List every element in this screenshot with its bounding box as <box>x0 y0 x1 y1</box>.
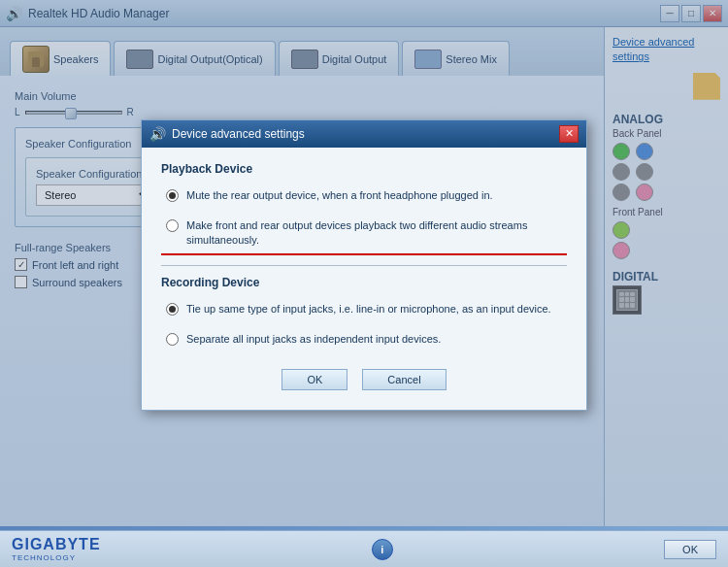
radio-tie-row[interactable]: Tie up same type of input jacks, i.e. li… <box>161 299 567 319</box>
dialog-title-bar: 🔊 Device advanced settings ✕ <box>142 120 586 148</box>
dialog-title-text: Device advanced settings <box>172 127 559 141</box>
radio-separate-label: Separate all input jacks as independent … <box>186 332 441 347</box>
radio-mute-row[interactable]: Mute the rear output device, when a fron… <box>161 185 567 206</box>
recording-section-title: Recording Device <box>161 276 567 289</box>
radio-separate-row[interactable]: Separate all input jacks as independent … <box>161 329 567 350</box>
radio-tie-label: Tie up same type of input jacks, i.e. li… <box>186 302 551 317</box>
gigabyte-text: GIGABYTE <box>12 536 101 553</box>
radio-tie[interactable] <box>166 303 179 316</box>
device-advanced-dialog: 🔊 Device advanced settings ✕ Playback De… <box>141 119 587 412</box>
dialog-body: Playback Device Mute the rear output dev… <box>142 148 586 411</box>
dialog-cancel-button[interactable]: Cancel <box>362 369 446 390</box>
dialog-ok-button[interactable]: OK <box>281 369 347 390</box>
info-button[interactable]: i <box>372 539 393 560</box>
playback-section-title: Playback Device <box>161 162 567 176</box>
radio-make[interactable] <box>166 219 179 232</box>
radio-make-row[interactable]: Make front and rear output devices playb… <box>161 216 567 255</box>
technology-text: TECHNOLOGY <box>12 553 101 562</box>
dialog-divider <box>161 265 567 266</box>
radio-mute[interactable] <box>166 189 179 202</box>
dialog-overlay: 🔊 Device advanced settings ✕ Playback De… <box>0 0 728 530</box>
dialog-title-icon: 🔊 <box>149 126 166 142</box>
radio-separate[interactable] <box>166 333 179 346</box>
dialog-buttons: OK Cancel <box>161 359 567 395</box>
radio-mute-label: Mute the rear output device, when a fron… <box>186 188 493 203</box>
ok-button-bottom[interactable]: OK <box>664 540 716 559</box>
radio-make-label: Make front and rear output devices playb… <box>186 218 562 249</box>
dialog-close-button[interactable]: ✕ <box>559 125 579 143</box>
bottom-bar: GIGABYTE TECHNOLOGY i OK <box>0 530 728 567</box>
gigabyte-logo: GIGABYTE TECHNOLOGY <box>12 536 101 562</box>
